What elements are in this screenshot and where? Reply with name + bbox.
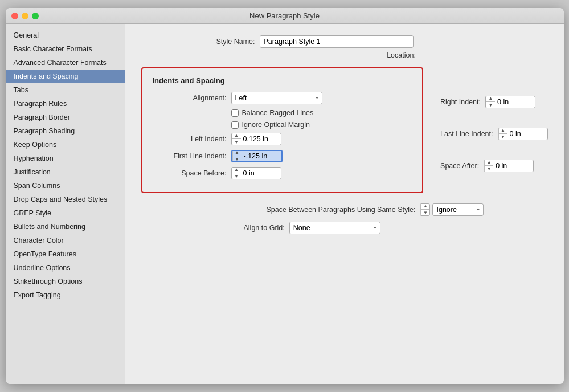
- ignore-optical-checkbox[interactable]: [231, 121, 239, 129]
- last-line-indent-input-wrap: ▲ ▼: [498, 128, 548, 140]
- space-before-label: Space Before:: [153, 169, 227, 177]
- sidebar-item-hyphenation[interactable]: Hyphenation: [6, 152, 125, 165]
- right-indent-arrows: ▲ ▼: [486, 96, 495, 108]
- last-line-indent-label: Last Line Indent:: [440, 130, 493, 138]
- alignment-select-wrap: Left Center Right Justify: [231, 92, 322, 104]
- content-area: GeneralBasic Character FormatsAdvanced C…: [6, 24, 564, 384]
- space-after-down[interactable]: ▼: [485, 166, 493, 172]
- location-label: Location:: [255, 51, 548, 59]
- sidebar-item-justification[interactable]: Justification: [6, 165, 125, 179]
- space-after-input-wrap: ▲ ▼: [484, 160, 534, 172]
- last-line-indent-row: Last Line Indent: ▲ ▼: [440, 128, 547, 140]
- first-line-indent-up[interactable]: ▲: [233, 150, 241, 156]
- ignore-optical-row: Ignore Optical Margin: [231, 121, 412, 129]
- space-between-label: Space Between Paragraphs Using Same Styl…: [267, 206, 416, 214]
- space-after-arrows: ▲ ▼: [484, 160, 493, 172]
- title-bar: New Paragraph Style: [6, 8, 564, 24]
- right-indent-up[interactable]: ▲: [486, 96, 495, 102]
- sidebar-item-strikethrough-options[interactable]: Strikethrough Options: [6, 275, 125, 288]
- last-line-indent-up[interactable]: ▲: [499, 128, 507, 134]
- main-layout: Indents and Spacing Alignment: Left Cent…: [141, 67, 548, 201]
- ignore-optical-label: Ignore Optical Margin: [242, 121, 310, 129]
- sidebar-item-opentype-features[interactable]: OpenType Features: [6, 247, 125, 261]
- right-indent-input-wrap: ▲ ▼: [485, 96, 535, 108]
- sidebar-item-paragraph-shading[interactable]: Paragraph Shading: [6, 124, 125, 138]
- first-line-indent-arrows: ▲ ▼: [232, 150, 241, 162]
- space-before-up[interactable]: ▲: [232, 167, 241, 173]
- space-between-up[interactable]: ▲: [421, 203, 429, 210]
- sidebar-item-general[interactable]: General: [6, 28, 125, 42]
- alignment-row: Alignment: Left Center Right Justify: [153, 92, 412, 104]
- sidebar-item-keep-options[interactable]: Keep Options: [6, 138, 125, 152]
- left-indent-down[interactable]: ▼: [232, 139, 241, 145]
- right-indent-down[interactable]: ▼: [486, 102, 495, 108]
- style-name-input[interactable]: [260, 35, 414, 48]
- space-between-row: Space Between Paragraphs Using Same Styl…: [267, 203, 548, 216]
- sidebar-item-grep-style[interactable]: GREP Style: [6, 206, 125, 220]
- space-after-row: Space After: ▲ ▼: [440, 160, 547, 172]
- left-indent-label: Left Indent:: [153, 135, 227, 143]
- sidebar-item-basic-character-formats[interactable]: Basic Character Formats: [6, 42, 125, 56]
- last-line-indent-arrows: ▲ ▼: [498, 128, 507, 140]
- first-line-indent-down[interactable]: ▼: [233, 156, 241, 162]
- align-to-grid-row: Align to Grid: None All Lines First Line…: [244, 222, 548, 234]
- last-line-indent-input[interactable]: [507, 128, 547, 140]
- sidebar-item-character-color[interactable]: Character Color: [6, 234, 125, 247]
- space-before-input[interactable]: [241, 168, 281, 179]
- space-before-row: Space Before: ▲ ▼: [153, 167, 412, 179]
- right-indent-label: Right Indent:: [440, 98, 481, 106]
- main-window: New Paragraph Style GeneralBasic Charact…: [6, 8, 564, 384]
- left-indent-row: Left Indent: ▲ ▼: [153, 133, 412, 145]
- balance-ragged-label: Balance Ragged Lines: [242, 109, 314, 117]
- maximize-button[interactable]: [32, 13, 39, 19]
- first-line-indent-input-wrap: ▲ ▼: [231, 150, 283, 162]
- sidebar-item-export-tagging[interactable]: Export Tagging: [6, 288, 125, 302]
- style-name-row: Style Name:: [141, 35, 548, 48]
- space-before-input-wrap: ▲ ▼: [231, 167, 281, 179]
- sidebar-item-drop-caps-and-nested-styles[interactable]: Drop Caps and Nested Styles: [6, 193, 125, 206]
- space-between-select[interactable]: Ignore: [432, 203, 484, 216]
- sidebar-item-paragraph-rules[interactable]: Paragraph Rules: [6, 97, 125, 111]
- space-after-label: Space After:: [440, 162, 479, 170]
- align-to-grid-select-wrap: None All Lines First Line Only: [289, 222, 380, 234]
- balance-ragged-row: Balance Ragged Lines: [231, 109, 412, 117]
- space-between-select-wrap: Ignore: [432, 203, 484, 216]
- balance-ragged-checkbox[interactable]: [231, 109, 239, 117]
- space-between-arrows: ▲ ▼: [420, 203, 429, 216]
- style-name-label: Style Name:: [141, 38, 255, 46]
- sidebar-item-indents-and-spacing[interactable]: Indents and Spacing: [6, 70, 125, 83]
- right-indent-row: Right Indent: ▲ ▼: [440, 96, 547, 108]
- window-title: New Paragraph Style: [249, 11, 320, 20]
- left-indent-up[interactable]: ▲: [232, 133, 241, 139]
- section-title: Indents and Spacing: [153, 76, 412, 85]
- space-before-down[interactable]: ▼: [232, 173, 241, 179]
- left-indent-input[interactable]: [241, 133, 281, 145]
- space-after-input[interactable]: [493, 160, 533, 172]
- sidebar-item-span-columns[interactable]: Span Columns: [6, 179, 125, 193]
- last-line-indent-down[interactable]: ▼: [499, 134, 507, 140]
- space-before-arrows: ▲ ▼: [232, 167, 241, 179]
- main-panel: Style Name: Location: Indents and Spacin…: [125, 24, 564, 384]
- first-line-indent-label: First Line Indent:: [153, 152, 227, 160]
- right-indent-input[interactable]: [495, 96, 535, 108]
- sidebar-item-paragraph-border[interactable]: Paragraph Border: [6, 111, 125, 124]
- space-after-up[interactable]: ▲: [485, 160, 493, 166]
- minimize-button[interactable]: [22, 13, 28, 19]
- window-controls: [11, 13, 39, 19]
- sidebar-item-bullets-and-numbering[interactable]: Bullets and Numbering: [6, 220, 125, 234]
- alignment-select[interactable]: Left Center Right Justify: [231, 92, 322, 104]
- sidebar-item-tabs[interactable]: Tabs: [6, 83, 125, 97]
- left-indent-input-wrap: ▲ ▼: [231, 133, 281, 145]
- alignment-label: Alignment:: [153, 94, 227, 102]
- right-fields: Right Indent: ▲ ▼ Last Line Indent:: [440, 96, 547, 177]
- align-to-grid-label: Align to Grid:: [244, 224, 285, 232]
- left-indent-arrows: ▲ ▼: [232, 133, 241, 145]
- sidebar-item-underline-options[interactable]: Underline Options: [6, 261, 125, 275]
- align-to-grid-select[interactable]: None All Lines First Line Only: [289, 222, 380, 234]
- space-between-down[interactable]: ▼: [421, 210, 429, 216]
- sidebar: GeneralBasic Character FormatsAdvanced C…: [6, 24, 125, 384]
- first-line-indent-row: First Line Indent: ▲ ▼: [153, 150, 412, 162]
- first-line-indent-input[interactable]: [241, 151, 281, 161]
- close-button[interactable]: [11, 13, 18, 19]
- sidebar-item-advanced-character-formats[interactable]: Advanced Character Formats: [6, 56, 125, 70]
